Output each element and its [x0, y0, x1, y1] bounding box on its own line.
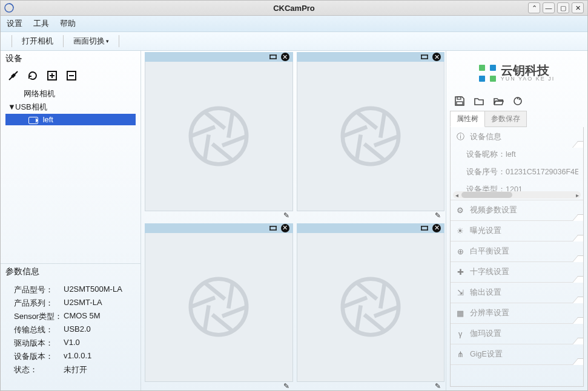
view-switch-button[interactable]: 画面切换 [70, 34, 113, 48]
folder-open-icon[interactable] [492, 95, 504, 107]
tab-param-save[interactable]: 参数保存 [485, 111, 527, 127]
svg-line-31 [374, 307, 398, 316]
expand-all-icon[interactable] [45, 69, 59, 82]
eyedropper-icon[interactable]: ✎ [435, 382, 441, 390]
close-viewport-icon[interactable]: ✕ [432, 224, 441, 232]
viewport-4: ✕✎ [297, 223, 445, 391]
tree-node-network[interactable]: 网络相机 [5, 87, 136, 100]
accordion-header-output[interactable]: ⇲输出设置 [451, 283, 583, 303]
accordion-header-crosshair[interactable]: ✚十字线设置 [451, 262, 583, 282]
reload-icon[interactable] [512, 95, 524, 107]
resolution-icon: ▦ [455, 309, 465, 318]
tree-node-camera-left[interactable]: left [5, 114, 136, 125]
brand-logo: 云钥科技 YUN YAO KE JI [450, 54, 584, 94]
open-camera-button[interactable]: 打开相机 [18, 34, 57, 48]
svg-line-19 [357, 112, 377, 128]
svg-line-11 [205, 112, 225, 128]
param-key: 传输总线： [14, 324, 64, 335]
accordion-header-sliders[interactable]: ⚙视频参数设置 [451, 200, 583, 220]
eyedropper-icon[interactable]: ✎ [283, 382, 289, 390]
window-title: CKCamPro [1, 4, 587, 13]
accordion-header-info[interactable]: ⓘ设备信息 [451, 127, 583, 147]
param-row: 传输总线：USB2.0 [14, 323, 127, 337]
device-tree: 网络相机 ▼USB相机 left [1, 87, 140, 130]
svg-rect-38 [457, 102, 463, 105]
topmost-button[interactable]: ⌃ [528, 2, 540, 13]
crosshair-icon: ✚ [455, 268, 465, 277]
svg-line-27 [205, 283, 225, 299]
close-viewport-icon[interactable]: ✕ [432, 53, 441, 61]
viewport-footer: ✎ [145, 211, 293, 220]
accordion-label: 视频参数设置 [470, 205, 517, 215]
svg-rect-29 [421, 226, 428, 230]
accordion-item: ⓘ设备信息设备昵称：left设备序号：01231C51729036F4EE设备类… [451, 127, 583, 200]
app-window: CKCamPro ⌃ — ▢ ✕ 设置 工具 帮助 打开相机 画面切换 设备 [0, 0, 588, 391]
sliders-icon: ⚙ [455, 206, 465, 215]
param-value: U2SMT-LA [64, 298, 102, 309]
minimize-button[interactable]: — [543, 2, 555, 13]
svg-rect-37 [457, 97, 461, 99]
svg-line-32 [364, 315, 384, 331]
tree-node-usb[interactable]: ▼USB相机 [5, 100, 136, 114]
device-info-row: 设备序号：01231C51729036F4EE [466, 167, 578, 177]
param-key: 产品系列： [14, 298, 64, 309]
accordion-header-resolution[interactable]: ▦分辨率设置 [451, 303, 583, 323]
svg-line-24 [213, 315, 233, 331]
svg-line-34 [343, 298, 367, 307]
fullscreen-icon[interactable] [269, 53, 277, 61]
accordion-label: 白平衡设置 [470, 246, 509, 257]
right-pane: 云钥科技 YUN YAO KE JI 属性树 [446, 51, 587, 390]
accordion-header-gige[interactable]: ⋔GigE设置 [451, 344, 583, 364]
menu-tools[interactable]: 工具 [33, 18, 49, 29]
accordion-header-gamma[interactable]: γ伽玛设置 [451, 324, 583, 344]
svg-line-7 [222, 136, 246, 145]
tab-property-tree[interactable]: 属性树 [450, 111, 485, 127]
fullscreen-icon[interactable] [420, 53, 429, 61]
menu-settings[interactable]: 设置 [7, 18, 22, 29]
viewport-area: ✕✎✕✎✕✎✕✎ [141, 51, 446, 390]
close-window-button[interactable]: ✕ [572, 2, 584, 13]
app-icon [4, 3, 14, 13]
connect-icon[interactable] [7, 69, 20, 82]
viewport-canvas[interactable] [145, 233, 293, 383]
eyedropper-icon[interactable]: ✎ [283, 211, 289, 220]
svg-line-25 [205, 306, 209, 332]
horizontal-scrollbar[interactable]: ◂▸ [453, 191, 581, 199]
close-viewport-icon[interactable]: ✕ [281, 53, 289, 61]
svg-line-18 [343, 126, 367, 136]
svg-rect-5 [270, 55, 276, 59]
main-area: 设备 网络相机 [1, 51, 587, 390]
svg-line-8 [213, 144, 233, 160]
viewport-canvas[interactable] [297, 62, 445, 211]
svg-line-28 [229, 283, 233, 309]
viewport-header: ✕ [145, 52, 293, 62]
viewport-canvas[interactable] [297, 233, 445, 383]
viewport-header: ✕ [145, 223, 293, 233]
save-icon[interactable] [454, 95, 466, 107]
eyedropper-icon[interactable]: ✎ [435, 211, 441, 220]
refresh-icon[interactable] [26, 69, 39, 82]
collapse-all-icon[interactable] [65, 69, 78, 82]
accordion-item: ☀曝光设置 [451, 221, 583, 242]
param-key: 产品型号： [14, 284, 64, 295]
param-row: 产品系列：U2SMT-LA [14, 297, 127, 310]
accordion-header-balance[interactable]: ⊕白平衡设置 [451, 242, 583, 261]
device-info-body: 设备昵称：left设备序号：01231C51729036F4EE设备类型：120… [451, 147, 583, 200]
accordion-label: 十字线设置 [470, 267, 509, 277]
accordion-label: 曝光设置 [470, 226, 501, 236]
maximize-button[interactable]: ▢ [557, 2, 569, 13]
fullscreen-icon[interactable] [269, 224, 277, 232]
fullscreen-icon[interactable] [420, 224, 429, 232]
svg-line-26 [191, 298, 215, 307]
folder-icon[interactable] [473, 95, 485, 107]
accordion-header-sun[interactable]: ☀曝光设置 [451, 221, 583, 241]
accordion-label: 输出设置 [470, 288, 501, 298]
viewport-canvas[interactable] [145, 62, 293, 211]
svg-rect-21 [270, 226, 276, 230]
close-viewport-icon[interactable]: ✕ [281, 224, 289, 232]
svg-line-17 [357, 134, 361, 160]
menu-help[interactable]: 帮助 [60, 18, 76, 29]
param-row: 驱动版本：V1.0 [14, 337, 127, 350]
svg-point-6 [191, 108, 246, 164]
left-pane: 设备 网络相机 [1, 51, 141, 390]
